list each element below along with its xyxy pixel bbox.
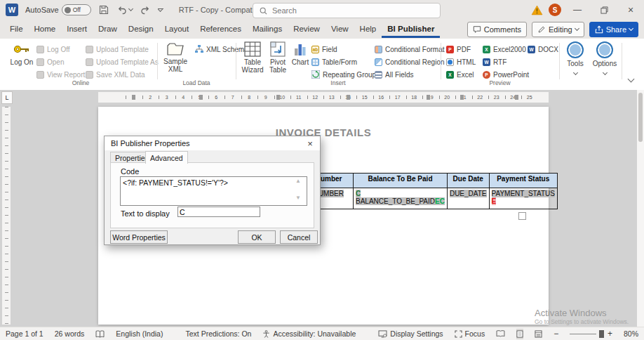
ruler-marker[interactable] xyxy=(427,95,430,100)
scroll-down-icon[interactable]: ▼ xyxy=(295,195,301,201)
ruler-marker[interactable] xyxy=(199,95,203,100)
scroll-up-icon[interactable]: ▲ xyxy=(295,178,301,184)
save-icon[interactable] xyxy=(98,4,109,15)
search-input[interactable]: Search xyxy=(253,3,441,18)
editing-mode-button[interactable]: Editing xyxy=(532,22,584,37)
share-button[interactable]: Share xyxy=(589,22,638,37)
log-on-button[interactable]: Log On xyxy=(10,41,34,66)
text-to-display-input[interactable] xyxy=(177,207,260,217)
undo-icon[interactable] xyxy=(116,4,128,15)
tab-home[interactable]: Home xyxy=(29,20,62,38)
log-off-button[interactable]: Log Off xyxy=(36,44,70,54)
autosave-toggle[interactable]: Off xyxy=(62,4,91,15)
ruler-marker[interactable] xyxy=(132,95,135,100)
cell-balance[interactable]: C BALANCE_TO_BE_PAIDEC xyxy=(354,188,448,209)
due-date-field[interactable]: DUE_DATE xyxy=(450,190,487,197)
table-form-button[interactable]: Table/Form xyxy=(311,57,357,67)
open-button[interactable]: Open xyxy=(36,57,64,67)
word-properties-button[interactable]: Word Properties xyxy=(110,230,168,244)
language-indicator[interactable]: English (India) xyxy=(116,329,163,338)
header-due-date[interactable]: Due Date xyxy=(447,174,489,188)
tab-review[interactable]: Review xyxy=(288,20,326,38)
redo-icon[interactable] xyxy=(140,4,151,15)
vertical-scrollbar-thumb[interactable] xyxy=(638,93,643,142)
preview-excel-button[interactable]: XExcel xyxy=(446,70,474,79)
zoom-slider-thumb[interactable] xyxy=(599,330,604,338)
preview-html-button[interactable]: HTML xyxy=(446,57,476,67)
tools-button[interactable]: Tools xyxy=(563,41,588,76)
minimize-button[interactable]: — xyxy=(567,1,588,18)
tab-stop-selector[interactable]: L xyxy=(1,91,13,104)
display-settings-button[interactable]: Display Settings xyxy=(378,329,443,338)
all-fields-button[interactable]: All Fields xyxy=(375,70,414,79)
tab-layout[interactable]: Layout xyxy=(159,20,195,38)
cell-payment-status[interactable]: PAYMENT_STATUS E xyxy=(489,188,557,209)
repeating-group-button[interactable]: Repeating Group xyxy=(311,70,376,79)
payment-status-field[interactable]: PAYMENT_STATUS xyxy=(492,190,555,197)
code-textarea[interactable]: <?if: PAYMENT_STATUS!='Y'?> xyxy=(120,176,307,206)
restore-button[interactable] xyxy=(593,1,615,18)
horizontal-ruler[interactable]: 1234567891011121314151617181920212223242… xyxy=(98,92,549,103)
tab-bi-publisher[interactable]: BI Publisher xyxy=(382,20,440,38)
vertical-ruler[interactable] xyxy=(2,107,11,325)
dialog-close-icon[interactable]: × xyxy=(300,136,320,150)
end-tag[interactable]: E xyxy=(492,197,497,205)
preview-powerpoint-button[interactable]: PPowerPoint xyxy=(483,70,529,79)
close-window-button[interactable]: × xyxy=(620,1,641,18)
word-count[interactable]: 26 words xyxy=(55,329,85,338)
page-indicator[interactable]: Page 1 of 1 xyxy=(6,329,43,338)
chart-button[interactable]: Chart xyxy=(290,41,310,66)
ruler-marker[interactable] xyxy=(515,95,518,100)
read-mode-button[interactable] xyxy=(496,329,505,339)
table-resize-handle[interactable] xyxy=(518,212,526,220)
field-button[interactable]: abField xyxy=(311,44,337,54)
zoom-in-button[interactable]: + xyxy=(608,329,612,339)
preview-pdf-button[interactable]: PPDF xyxy=(446,44,471,54)
balance-field[interactable]: BALANCE_TO_BE_PAID xyxy=(356,197,435,205)
zoom-level[interactable]: 80% xyxy=(624,329,638,338)
ruler-marker[interactable] xyxy=(276,95,280,100)
tab-view[interactable]: View xyxy=(326,20,354,38)
options-button[interactable]: Options xyxy=(591,41,619,76)
tab-insert[interactable]: Insert xyxy=(61,20,93,38)
web-layout-button[interactable] xyxy=(535,329,542,339)
tab-help[interactable]: Help xyxy=(354,20,382,38)
preview-rtf-button[interactable]: WRTF xyxy=(483,57,507,67)
print-layout-button[interactable] xyxy=(516,329,523,339)
zoom-slider[interactable] xyxy=(570,334,596,334)
text-predictions[interactable]: Text Predictions: On xyxy=(185,329,251,338)
save-xml-data-button[interactable]: Save XML Data xyxy=(86,70,145,79)
tab-file[interactable]: File xyxy=(4,20,29,38)
conditional-region-button[interactable]: Conditional Region xyxy=(375,57,445,67)
undo-dropdown-icon[interactable] xyxy=(128,6,133,11)
account-avatar[interactable]: S xyxy=(549,4,561,16)
table-wizard-button[interactable]: Table Wizard xyxy=(240,41,265,74)
zoom-out-button[interactable]: − xyxy=(554,329,558,339)
sample-xml-button[interactable]: Sample XML xyxy=(160,41,191,73)
conditional-open-tag[interactable]: C xyxy=(356,190,361,197)
comments-button[interactable]: Comments xyxy=(467,22,527,37)
cell-due-date[interactable]: DUE_DATE xyxy=(447,188,489,209)
preview-docx-button[interactable]: WDOCX xyxy=(528,44,558,54)
collapse-ribbon-icon[interactable] xyxy=(628,76,635,83)
quick-access-customize-icon[interactable] xyxy=(158,8,163,11)
ruler-marker[interactable] xyxy=(460,95,464,100)
ok-button[interactable]: OK xyxy=(238,230,276,244)
tab-design[interactable]: Design xyxy=(123,20,159,38)
proofing-book-icon[interactable] xyxy=(95,330,105,338)
dialog-tab-advanced[interactable]: Advanced xyxy=(145,151,188,164)
tab-mailings[interactable]: Mailings xyxy=(247,20,288,38)
focus-button[interactable]: Focus xyxy=(455,329,485,338)
upload-template-as-button[interactable]: Upload Template As xyxy=(86,57,159,67)
header-payment-status[interactable]: Payment Status xyxy=(489,174,557,188)
accessibility-status[interactable]: Accessibility: Unavailable xyxy=(262,329,356,338)
tab-references[interactable]: References xyxy=(194,20,247,38)
dialog-titlebar[interactable]: BI Publisher Properties xyxy=(105,136,320,150)
conditional-format-button[interactable]: Conditional Format xyxy=(375,44,444,54)
preview-excel2000-button[interactable]: XExcel2000 xyxy=(483,44,526,54)
view-report-button[interactable]: View Report xyxy=(36,70,85,79)
upload-template-button[interactable]: Upload Template xyxy=(86,44,149,54)
ruler-marker[interactable] xyxy=(347,95,350,100)
pivot-table-button[interactable]: Pivot Table xyxy=(267,41,289,74)
conditional-close-tag[interactable]: EC xyxy=(435,197,445,205)
